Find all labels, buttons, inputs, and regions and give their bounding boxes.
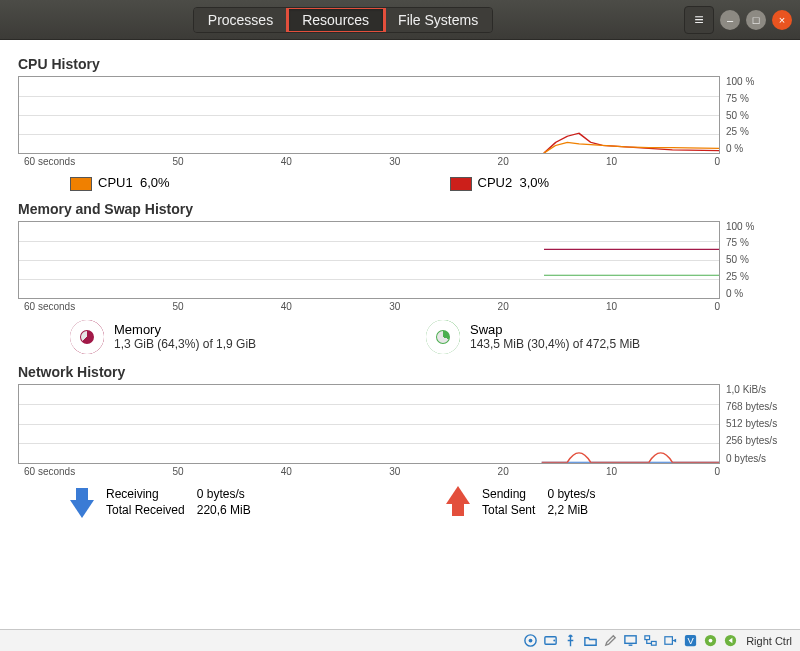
- recv-total: 220,6 MiB: [197, 503, 261, 517]
- cpu-y-labels: 100 % 75 % 50 % 25 % 0 %: [720, 76, 782, 154]
- send-rate: 0 bytes/s: [547, 487, 605, 501]
- mem-y-labels: 100 % 75 % 50 % 25 % 0 %: [720, 221, 782, 299]
- window-close-button[interactable]: ×: [772, 10, 792, 30]
- hdd-icon[interactable]: [542, 633, 558, 649]
- memory-chart: [18, 221, 720, 299]
- cpu-plot: [19, 77, 719, 153]
- mem-legend: Memory 1,3 GiB (64,3%) of 1,9 GiB Swap 1…: [70, 320, 782, 354]
- window-minimize-button[interactable]: –: [720, 10, 740, 30]
- net-x-labels: 60 seconds 50 40 30 20 10 0: [18, 466, 782, 477]
- shared-folder-icon[interactable]: [582, 633, 598, 649]
- network-chart: [18, 384, 720, 464]
- cpu-chart: [18, 76, 720, 154]
- yl: 25 %: [726, 126, 782, 137]
- val: 6,0%: [140, 175, 170, 190]
- power-icon[interactable]: [722, 633, 738, 649]
- send-label: Sending: [482, 487, 545, 501]
- svg-point-3: [553, 640, 555, 642]
- xl: 20: [498, 156, 509, 167]
- swap-detail: 143,5 MiB (30,4%) of 472,5 MiB: [470, 337, 640, 351]
- yl: 0 bytes/s: [726, 453, 782, 464]
- lbl: CPU2: [478, 175, 513, 190]
- net-plot: [19, 385, 719, 463]
- display-icon[interactable]: [622, 633, 638, 649]
- host-key-label: Right Ctrl: [746, 635, 792, 647]
- tab-resources[interactable]: Resources: [288, 8, 384, 32]
- yl: 100 %: [726, 76, 782, 87]
- hamburger-icon: ≡: [694, 11, 703, 29]
- cpu-legend: CPU1 6,0% CPU2 3,0%: [70, 175, 782, 191]
- cpu2-legend[interactable]: CPU2 3,0%: [450, 175, 550, 191]
- network-icon[interactable]: [642, 633, 658, 649]
- xl: 0: [714, 301, 720, 312]
- xl: 10: [606, 156, 617, 167]
- yl: 75 %: [726, 93, 782, 104]
- memory-detail: 1,3 GiB (64,3%) of 1,9 GiB: [114, 337, 256, 351]
- xl: 40: [281, 156, 292, 167]
- send-total: 2,2 MiB: [547, 503, 605, 517]
- record-icon[interactable]: [662, 633, 678, 649]
- xl: 0: [714, 156, 720, 167]
- header-bar: Processes Resources File Systems ≡ – □ ×: [0, 0, 800, 40]
- yl: 75 %: [726, 237, 782, 248]
- yl: 50 %: [726, 254, 782, 265]
- view-switcher: Processes Resources File Systems: [193, 7, 493, 33]
- swap-label: Swap: [470, 322, 640, 337]
- xl: 60 seconds: [24, 156, 75, 167]
- tab-processes[interactable]: Processes: [194, 8, 288, 32]
- cpu-history-title: CPU History: [18, 56, 782, 72]
- hamburger-menu-button[interactable]: ≡: [684, 6, 714, 34]
- disc-icon[interactable]: [522, 633, 538, 649]
- xl: 50: [172, 466, 183, 477]
- sending-block[interactable]: Sending0 bytes/s Total Sent2,2 MiB: [446, 485, 782, 519]
- settings-icon[interactable]: [702, 633, 718, 649]
- xl: 10: [606, 466, 617, 477]
- yl: 768 bytes/s: [726, 401, 782, 412]
- edit-icon[interactable]: [602, 633, 618, 649]
- svg-point-1: [528, 639, 532, 643]
- xl: 20: [498, 466, 509, 477]
- yl: 100 %: [726, 221, 782, 232]
- svg-text:V: V: [687, 636, 694, 646]
- yl: 256 bytes/s: [726, 435, 782, 446]
- xl: 30: [389, 301, 400, 312]
- svg-rect-5: [645, 636, 650, 640]
- swap-pie-icon: [426, 320, 460, 354]
- upload-arrow-icon: [446, 486, 470, 504]
- yl: 25 %: [726, 271, 782, 282]
- tab-filesystems[interactable]: File Systems: [384, 8, 492, 32]
- xl: 60 seconds: [24, 466, 75, 477]
- receiving-block[interactable]: Receiving0 bytes/s Total Received220,6 M…: [70, 485, 406, 519]
- lbl: CPU1: [98, 175, 133, 190]
- memory-history-title: Memory and Swap History: [18, 201, 782, 217]
- window-maximize-button[interactable]: □: [746, 10, 766, 30]
- recv-total-label: Total Received: [106, 503, 195, 517]
- xl: 40: [281, 466, 292, 477]
- xl: 0: [714, 466, 720, 477]
- cpu1-legend[interactable]: CPU1 6,0%: [70, 175, 170, 191]
- cpu1-swatch: [70, 177, 92, 191]
- xl: 30: [389, 466, 400, 477]
- yl: 0 %: [726, 143, 782, 154]
- network-history-title: Network History: [18, 364, 782, 380]
- memory-legend-block[interactable]: Memory 1,3 GiB (64,3%) of 1,9 GiB: [70, 320, 426, 354]
- memory-label: Memory: [114, 322, 256, 337]
- cpu2-swatch: [450, 177, 472, 191]
- yl: 512 bytes/s: [726, 418, 782, 429]
- network-legend: Receiving0 bytes/s Total Received220,6 M…: [70, 485, 782, 519]
- vbox-icon[interactable]: V: [682, 633, 698, 649]
- svg-rect-6: [651, 641, 656, 645]
- xl: 60 seconds: [24, 301, 75, 312]
- vm-status-bar: V Right Ctrl: [0, 629, 800, 651]
- xl: 30: [389, 156, 400, 167]
- xl: 10: [606, 301, 617, 312]
- usb-icon[interactable]: [562, 633, 578, 649]
- yl: 1,0 KiB/s: [726, 384, 782, 395]
- swap-legend-block[interactable]: Swap 143,5 MiB (30,4%) of 472,5 MiB: [426, 320, 782, 354]
- svg-point-11: [708, 639, 712, 643]
- xl: 50: [172, 156, 183, 167]
- download-arrow-icon: [70, 500, 94, 518]
- svg-rect-7: [665, 637, 673, 645]
- mem-x-labels: 60 seconds 50 40 30 20 10 0: [18, 301, 782, 312]
- net-y-labels: 1,0 KiB/s 768 bytes/s 512 bytes/s 256 by…: [720, 384, 782, 464]
